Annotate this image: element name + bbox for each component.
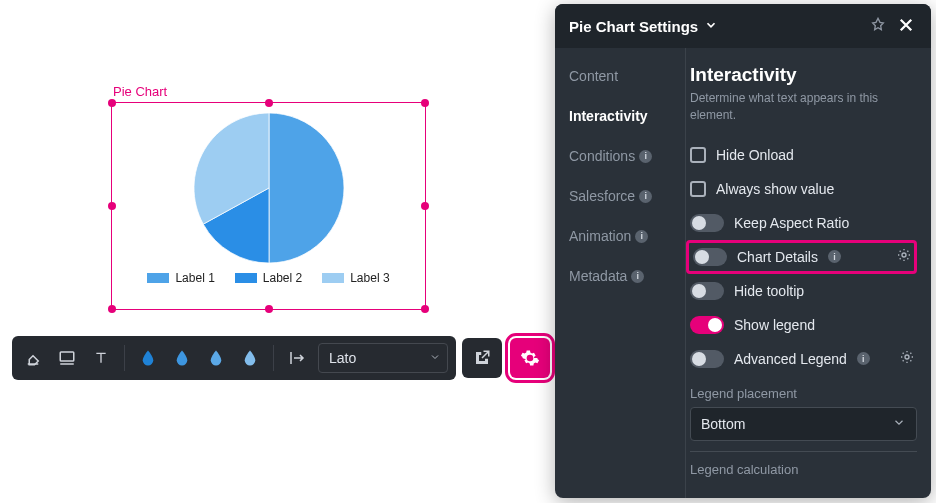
select-value: Bottom	[701, 416, 745, 432]
setting-show-legend: Show legend	[690, 308, 917, 342]
toggle[interactable]	[690, 316, 724, 334]
panel-tabs: Content Interactivity Conditions i Sales…	[555, 48, 685, 498]
resize-handle[interactable]	[421, 99, 429, 107]
setting-label: Show legend	[734, 317, 815, 333]
info-icon: i	[639, 150, 652, 163]
element-toolbar: Lato	[12, 336, 598, 380]
settings-button[interactable]	[510, 338, 550, 378]
setting-always-show-value: Always show value	[690, 172, 917, 206]
resize-handle[interactable]	[265, 305, 273, 313]
tab-metadata[interactable]: Metadata i	[569, 268, 685, 284]
resize-handle[interactable]	[108, 202, 116, 210]
resize-handle[interactable]	[108, 305, 116, 313]
resize-handle[interactable]	[421, 305, 429, 313]
setting-label: Chart Details	[737, 249, 818, 265]
legend-placement-select[interactable]: Bottom	[690, 407, 917, 441]
monitor-icon[interactable]	[54, 345, 80, 371]
font-select-value: Lato	[329, 350, 356, 366]
align-icon[interactable]	[284, 345, 310, 371]
checkbox[interactable]	[690, 147, 706, 163]
chart-legend: Label 1Label 2Label 3	[112, 271, 425, 285]
tab-interactivity[interactable]: Interactivity	[569, 108, 685, 124]
legend-swatch	[147, 273, 169, 283]
tab-salesforce[interactable]: Salesforce i	[569, 188, 685, 204]
open-external-button[interactable]	[462, 338, 502, 378]
legend-item: Label 1	[147, 271, 214, 285]
panel-header: Pie Chart Settings	[555, 4, 931, 48]
svg-rect-0	[60, 352, 74, 361]
setting-chart-details: Chart Details i	[686, 240, 917, 274]
separator	[124, 345, 125, 371]
settings-panel: Pie Chart Settings Content Interactivity…	[555, 4, 931, 498]
legend-label: Label 3	[350, 271, 389, 285]
pie-chart-element[interactable]: Label 1Label 2Label 3	[111, 102, 426, 310]
color-drop-icon[interactable]	[203, 345, 229, 371]
resize-handle[interactable]	[265, 99, 273, 107]
svg-point-2	[905, 355, 909, 359]
divider	[690, 451, 917, 452]
info-icon: i	[635, 230, 648, 243]
color-drop-icon[interactable]	[169, 345, 195, 371]
toolbar-group-format: Lato	[12, 336, 456, 380]
tab-conditions[interactable]: Conditions i	[569, 148, 685, 164]
legend-item: Label 2	[235, 271, 302, 285]
toggle[interactable]	[690, 282, 724, 300]
resize-handle[interactable]	[108, 99, 116, 107]
info-icon: i	[631, 270, 644, 283]
svg-point-1	[902, 253, 906, 257]
setting-advanced-legend: Advanced Legend i	[690, 342, 917, 376]
toggle[interactable]	[690, 214, 724, 232]
panel-content: Interactivity Determine what text appear…	[685, 48, 931, 498]
element-label: Pie Chart	[113, 84, 167, 99]
close-icon[interactable]	[895, 16, 917, 37]
color-drop-icon[interactable]	[237, 345, 263, 371]
color-drop-icon[interactable]	[135, 345, 161, 371]
legend-label: Label 2	[263, 271, 302, 285]
pie-chart-svg	[194, 113, 344, 263]
info-icon: i	[857, 352, 870, 365]
setting-label: Hide Onload	[716, 147, 794, 163]
setting-label: Advanced Legend	[734, 351, 847, 367]
legend-placement-label: Legend placement	[690, 386, 917, 401]
legend-swatch	[235, 273, 257, 283]
chevron-down-icon[interactable]	[704, 18, 718, 35]
legend-swatch	[322, 273, 344, 283]
info-icon: i	[639, 190, 652, 203]
setting-label: Hide tooltip	[734, 283, 804, 299]
chevron-down-icon	[429, 350, 441, 366]
tab-content[interactable]: Content	[569, 68, 685, 84]
resize-handle[interactable]	[421, 202, 429, 210]
setting-label: Keep Aspect Ratio	[734, 215, 849, 231]
chevron-down-icon	[892, 415, 906, 432]
font-select[interactable]: Lato	[318, 343, 448, 373]
canvas-area: Pie Chart Label 1Label 2Label 3	[0, 0, 520, 503]
legend-label: Label 1	[175, 271, 214, 285]
pin-icon[interactable]	[867, 17, 889, 36]
text-icon[interactable]	[88, 345, 114, 371]
panel-title: Pie Chart Settings	[569, 18, 698, 35]
setting-keep-aspect-ratio: Keep Aspect Ratio	[690, 206, 917, 240]
section-subtitle: Determine what text appears in this elem…	[690, 90, 917, 124]
gear-icon[interactable]	[899, 349, 915, 368]
info-icon: i	[828, 250, 841, 263]
paint-bucket-icon[interactable]	[20, 345, 46, 371]
settings-button-highlight	[508, 336, 552, 380]
setting-hide-tooltip: Hide tooltip	[690, 274, 917, 308]
setting-label: Always show value	[716, 181, 834, 197]
checkbox[interactable]	[690, 181, 706, 197]
gear-icon[interactable]	[896, 247, 912, 266]
setting-hide-onload: Hide Onload	[690, 138, 917, 172]
toggle[interactable]	[690, 350, 724, 368]
legend-calculation-label: Legend calculation	[690, 462, 917, 477]
toggle[interactable]	[693, 248, 727, 266]
separator	[273, 345, 274, 371]
tab-animation[interactable]: Animation i	[569, 228, 685, 244]
legend-item: Label 3	[322, 271, 389, 285]
section-title: Interactivity	[690, 64, 917, 86]
